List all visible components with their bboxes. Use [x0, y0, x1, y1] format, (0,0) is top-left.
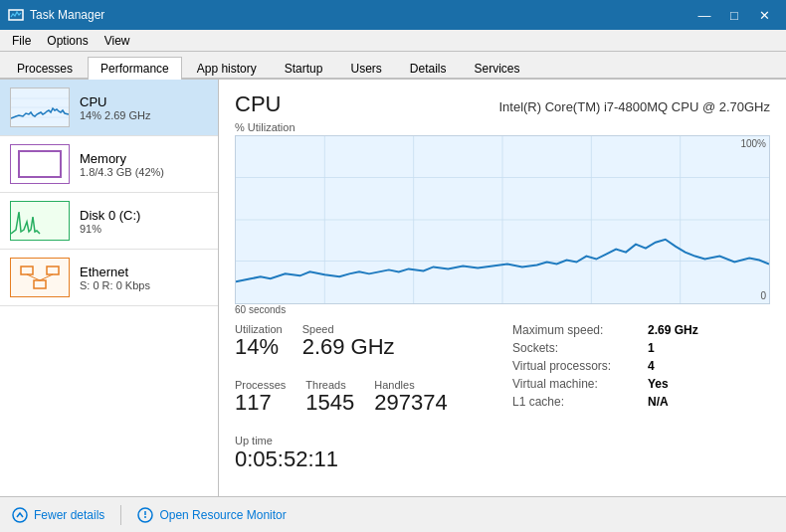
l1cache-label: L1 cache: [512, 395, 642, 409]
cpu-detail: 14% 2.69 GHz [80, 109, 151, 121]
menu-view[interactable]: View [97, 30, 138, 51]
menu-bar: File Options View [0, 30, 786, 52]
utilization-stat-value: 14% [235, 335, 283, 359]
sidebar-item-ethernet[interactable]: Ethernet S: 0 R: 0 Kbps [0, 250, 218, 306]
tab-performance[interactable]: Performance [88, 57, 182, 80]
cpu-thumbnail [10, 88, 70, 127]
maximize-button[interactable]: □ [720, 4, 748, 26]
l1cache-row: L1 cache: N/A [512, 395, 770, 409]
window-title: Task Manager [30, 8, 690, 22]
minimize-button[interactable]: — [690, 4, 718, 26]
memory-detail: 1.8/4.3 GB (42%) [80, 166, 164, 178]
vmachine-value: Yes [648, 377, 669, 391]
chart-min-label: 0 [760, 290, 766, 301]
max-speed-label: Maximum speed: [512, 323, 642, 337]
vproc-row: Virtual processors: 4 [512, 359, 770, 373]
max-speed-row: Maximum speed: 2.69 GHz [512, 323, 770, 337]
sockets-value: 1 [648, 341, 655, 355]
tab-details[interactable]: Details [397, 57, 460, 80]
speed-stat-value: 2.69 GHz [302, 335, 395, 359]
disk-info: Disk 0 (C:) 91% [80, 208, 140, 235]
vproc-value: 4 [648, 359, 655, 373]
memory-name: Memory [80, 151, 164, 166]
tab-processes[interactable]: Processes [4, 57, 86, 80]
stats-left: Utilization 14% Speed 2.69 GHz Processes… [235, 323, 502, 482]
stats-grid: Utilization 14% Speed 2.69 GHz Processes… [235, 323, 770, 482]
resource-monitor-icon [137, 507, 153, 523]
threads-stat-value: 1545 [305, 391, 354, 415]
memory-thumbnail [10, 144, 70, 184]
disk-thumbnail [10, 201, 70, 241]
speed-block: Speed 2.69 GHz [302, 323, 395, 359]
sidebar-item-cpu[interactable]: CPU 14% 2.69 GHz [0, 80, 218, 136]
util-speed-row: Utilization 14% Speed 2.69 GHz [235, 323, 483, 369]
ethernet-detail: S: 0 R: 0 Kbps [80, 279, 150, 291]
uptime-stat-label: Up time [235, 435, 483, 446]
l1cache-value: N/A [648, 395, 669, 409]
cpu-chart: 100% 0 [235, 135, 770, 304]
ethernet-name: Ethernet [80, 265, 150, 279]
bottom-divider [120, 505, 121, 525]
menu-options[interactable]: Options [39, 30, 96, 51]
threads-block: Threads 1545 [305, 379, 354, 415]
disk-detail: 91% [80, 223, 140, 235]
open-resource-monitor-button[interactable]: Open Resource Monitor [137, 507, 286, 523]
main-content: CPU 14% 2.69 GHz Memory 1.8/4.3 GB (42%) [0, 80, 786, 496]
svg-point-24 [144, 516, 146, 518]
sidebar: CPU 14% 2.69 GHz Memory 1.8/4.3 GB (42%) [0, 80, 219, 496]
bottom-bar: Fewer details Open Resource Monitor [0, 496, 786, 532]
vmachine-label: Virtual machine: [512, 377, 642, 391]
svg-rect-6 [11, 259, 69, 296]
vproc-label: Virtual processors: [512, 359, 642, 373]
cpu-panel-model: Intel(R) Core(TM) i7-4800MQ CPU @ 2.70GH… [498, 99, 770, 114]
fewer-details-label: Fewer details [34, 508, 104, 522]
title-bar: Task Manager — □ ✕ [0, 0, 786, 30]
tab-bar: Processes Performance App history Startu… [0, 52, 786, 80]
cpu-info: CPU 14% 2.69 GHz [80, 94, 151, 121]
sidebar-item-memory[interactable]: Memory 1.8/4.3 GB (42%) [0, 136, 218, 193]
cpu-name: CPU [80, 94, 151, 109]
fewer-details-button[interactable]: Fewer details [12, 507, 104, 523]
processes-block: Processes 117 [235, 379, 286, 415]
chart-max-label: 100% [740, 138, 766, 149]
tab-startup[interactable]: Startup [272, 57, 336, 80]
utilization-block: Utilization 14% [235, 323, 283, 359]
svg-point-21 [13, 508, 27, 522]
processes-stat-value: 117 [235, 391, 286, 415]
sidebar-item-disk[interactable]: Disk 0 (C:) 91% [0, 193, 218, 250]
proc-threads-row: Processes 117 Threads 1545 Handles 29737… [235, 379, 483, 425]
cpu-panel-header: CPU Intel(R) Core(TM) i7-4800MQ CPU @ 2.… [235, 91, 770, 117]
ethernet-info: Ethernet S: 0 R: 0 Kbps [80, 265, 150, 291]
sockets-label: Sockets: [512, 341, 642, 355]
tab-app-history[interactable]: App history [184, 57, 270, 80]
chevron-up-icon [12, 507, 28, 523]
sockets-row: Sockets: 1 [512, 341, 770, 355]
close-button[interactable]: ✕ [750, 4, 778, 26]
tab-users[interactable]: Users [337, 57, 394, 80]
uptime-block: Up time 0:05:52:11 [235, 435, 483, 472]
handles-stat-value: 297374 [374, 391, 447, 415]
disk-name: Disk 0 (C:) [80, 208, 140, 223]
cpu-panel: CPU Intel(R) Core(TM) i7-4800MQ CPU @ 2.… [219, 80, 786, 496]
app-icon [8, 7, 24, 23]
handles-block: Handles 297374 [374, 379, 447, 415]
max-speed-value: 2.69 GHz [648, 323, 698, 337]
open-resource-monitor-label: Open Resource Monitor [159, 508, 286, 522]
menu-file[interactable]: File [4, 30, 39, 51]
uptime-stat-value: 0:05:52:11 [235, 446, 483, 472]
chart-time-label: 60 seconds [235, 304, 770, 315]
cpu-panel-title: CPU [235, 91, 281, 117]
memory-info: Memory 1.8/4.3 GB (42%) [80, 151, 164, 178]
tab-services[interactable]: Services [462, 57, 533, 80]
utilization-label: % Utilization [235, 121, 770, 133]
stats-right: Maximum speed: 2.69 GHz Sockets: 1 Virtu… [502, 323, 770, 482]
ethernet-thumbnail [10, 258, 70, 297]
vmachine-row: Virtual machine: Yes [512, 377, 770, 391]
window-controls: — □ ✕ [690, 4, 778, 26]
